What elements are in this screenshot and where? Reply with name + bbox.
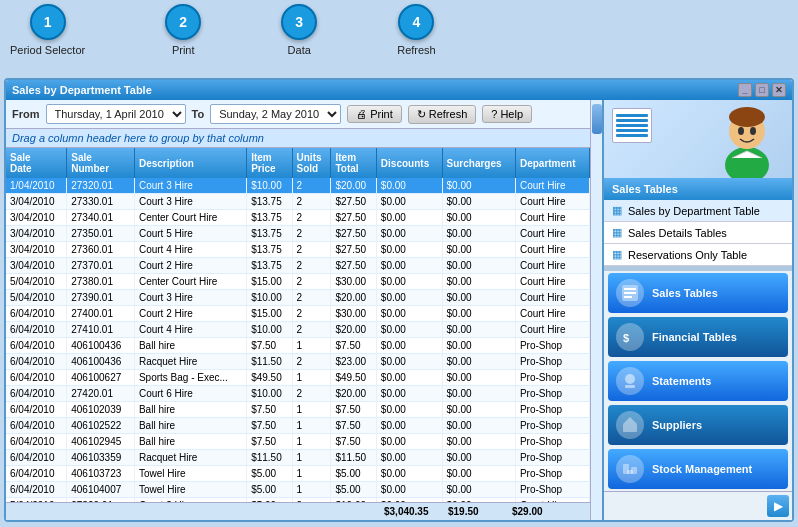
table-row[interactable]: 6/04/2010406102039Ball hire$7.501$7.50$0… (6, 402, 590, 418)
table-row[interactable]: 6/04/2010406103723Towel Hire$5.001$5.00$… (6, 466, 590, 482)
to-date-select[interactable]: Sunday, 2 May 2010 (210, 104, 341, 124)
nav-item-details-table[interactable]: ▦ Sales Details Tables (604, 222, 792, 244)
filter-bar: From Thursday, 1 April 2010 To Sunday, 2… (6, 100, 590, 129)
period-selector-btn[interactable]: 1 (30, 4, 66, 40)
table-cell: $0.00 (376, 226, 442, 242)
table-cell: Center Court Hire (134, 274, 246, 290)
table-cell: $49.50 (331, 370, 376, 386)
minimize-btn[interactable]: _ (738, 83, 752, 97)
table-cell: Pro-Shop (515, 482, 589, 498)
table-row[interactable]: 1/04/201027320.01Court 3 Hire$10.002$20.… (6, 178, 590, 194)
table-cell: $13.75 (247, 258, 292, 274)
table-row[interactable]: 6/04/201027420.01Court 6 Hire$10.002$20.… (6, 386, 590, 402)
restore-btn[interactable]: □ (755, 83, 769, 97)
scroll-thumb[interactable] (592, 104, 602, 134)
table-container[interactable]: SaleDate SaleNumber Description ItemPric… (6, 148, 590, 502)
col-sale-date[interactable]: SaleDate (6, 148, 67, 178)
nav-item-reservations-table[interactable]: ▦ Reservations Only Table (604, 244, 792, 266)
table-cell: $0.00 (442, 402, 515, 418)
from-date-select[interactable]: Thursday, 1 April 2010 (46, 104, 186, 124)
table-cell: Pro-Shop (515, 338, 589, 354)
financial-tables-section-btn[interactable]: $ Financial Tables (608, 317, 788, 357)
col-discounts[interactable]: Discounts (376, 148, 442, 178)
table-cell: Court 3 Hire (134, 178, 246, 194)
print-btn[interactable]: 2 (165, 4, 201, 40)
table-row[interactable]: 6/04/2010406103359Racquet Hire$11.501$11… (6, 450, 590, 466)
table-cell: 27380.01 (67, 274, 135, 290)
table-cell: $7.50 (331, 338, 376, 354)
table-cell: $7.50 (331, 402, 376, 418)
table-row[interactable]: 3/04/201027340.01Center Court Hire$13.75… (6, 210, 590, 226)
help-filter-btn[interactable]: ? Help (482, 105, 532, 123)
table-row[interactable]: 3/04/201027350.01Court 5 Hire$13.752$27.… (6, 226, 590, 242)
table-cell: 27390.01 (67, 290, 135, 306)
table-row[interactable]: 6/04/2010406100627Sports Bag - Exec...$4… (6, 370, 590, 386)
table-cell: $13.75 (247, 226, 292, 242)
col-surcharges[interactable]: Surcharges (442, 148, 515, 178)
table-cell: Court Hire (515, 178, 589, 194)
table-row[interactable]: 6/04/2010406102522Ball hire$7.501$7.50$0… (6, 418, 590, 434)
financial-tables-section-icon: $ (616, 323, 644, 351)
table-cell: $15.00 (247, 274, 292, 290)
table-row[interactable]: 6/04/2010406100436Ball hire$7.501$7.50$0… (6, 338, 590, 354)
refresh-filter-btn[interactable]: ↻ Refresh (408, 105, 477, 124)
sales-tables-section-btn[interactable]: Sales Tables (608, 273, 788, 313)
table-row[interactable]: 5/04/201027380.01Center Court Hire$15.00… (6, 274, 590, 290)
suppliers-section-btn[interactable]: Suppliers (608, 405, 788, 445)
data-tool[interactable]: 3 Data (281, 4, 317, 56)
refresh-tool[interactable]: 4 Refresh (397, 4, 436, 56)
table-cell: Court Hire (515, 306, 589, 322)
table-cell: 3/04/2010 (6, 194, 67, 210)
table-cell: $0.00 (442, 178, 515, 194)
table-row[interactable]: 6/04/2010406104007Towel Hire$5.001$5.00$… (6, 482, 590, 498)
scrollbar-vertical[interactable] (590, 100, 602, 520)
table-cell: $10.00 (247, 322, 292, 338)
table-cell: $0.00 (442, 338, 515, 354)
col-item-total[interactable]: ItemTotal (331, 148, 376, 178)
col-description[interactable]: Description (134, 148, 246, 178)
svg-text:$: $ (623, 332, 629, 344)
table-cell: Court Hire (515, 194, 589, 210)
table-cell: 406100436 (67, 354, 135, 370)
table-cell: $49.50 (247, 370, 292, 386)
table-row[interactable]: 6/04/201027400.01Court 2 Hire$15.002$30.… (6, 306, 590, 322)
refresh-btn[interactable]: 4 (398, 4, 434, 40)
col-item-price[interactable]: ItemPrice (247, 148, 292, 178)
print-tool[interactable]: 2 Print (165, 4, 201, 56)
table-row[interactable]: 3/04/201027370.01Court 2 Hire$13.752$27.… (6, 258, 590, 274)
col-department[interactable]: Department (515, 148, 589, 178)
table-footer: $3,040.35 $19.50 $29.00 (6, 502, 590, 520)
data-btn[interactable]: 3 (281, 4, 317, 40)
table-cell: 1 (292, 466, 331, 482)
table-cell: $0.00 (376, 338, 442, 354)
table-row[interactable]: 6/04/201027410.01Court 4 Hire$10.002$20.… (6, 322, 590, 338)
close-btn[interactable]: ✕ (772, 83, 786, 97)
table-row[interactable]: 6/04/2010406100436Racquet Hire$11.502$23… (6, 354, 590, 370)
period-selector-label: Period Selector (10, 44, 85, 56)
table-cell: $23.00 (331, 354, 376, 370)
stock-management-section-btn[interactable]: Stock Management (608, 449, 788, 489)
bottom-right: ▶ (604, 491, 792, 520)
table-row[interactable]: 3/04/201027330.01Court 3 Hire$13.752$27.… (6, 194, 590, 210)
table-row[interactable]: 6/04/2010406102945Ball hire$7.501$7.50$0… (6, 434, 590, 450)
col-units-sold[interactable]: UnitsSold (292, 148, 331, 178)
nav-item-label-2: Reservations Only Table (628, 249, 747, 261)
drag-hint: Drag a column header here to group by th… (6, 129, 590, 148)
table-cell: 6/04/2010 (6, 386, 67, 402)
nav-forward-btn[interactable]: ▶ (767, 495, 789, 517)
statements-section-btn[interactable]: Statements (608, 361, 788, 401)
col-sale-number[interactable]: SaleNumber (67, 148, 135, 178)
table-cell: 2 (292, 178, 331, 194)
table-cell: $0.00 (376, 290, 442, 306)
table-cell: $5.00 (247, 466, 292, 482)
period-selector-tool[interactable]: 1 Period Selector (10, 4, 85, 56)
table-cell: $20.00 (331, 290, 376, 306)
table-cell: $7.50 (247, 434, 292, 450)
nav-item-dept-table[interactable]: ▦ Sales by Department Table (604, 200, 792, 222)
table-cell: 27340.01 (67, 210, 135, 226)
table-cell: $0.00 (376, 482, 442, 498)
table-row[interactable]: 3/04/201027360.01Court 4 Hire$13.752$27.… (6, 242, 590, 258)
table-row[interactable]: 5/04/201027390.01Court 3 Hire$10.002$20.… (6, 290, 590, 306)
print-filter-btn[interactable]: 🖨 Print (347, 105, 402, 123)
table-cell: $0.00 (376, 178, 442, 194)
